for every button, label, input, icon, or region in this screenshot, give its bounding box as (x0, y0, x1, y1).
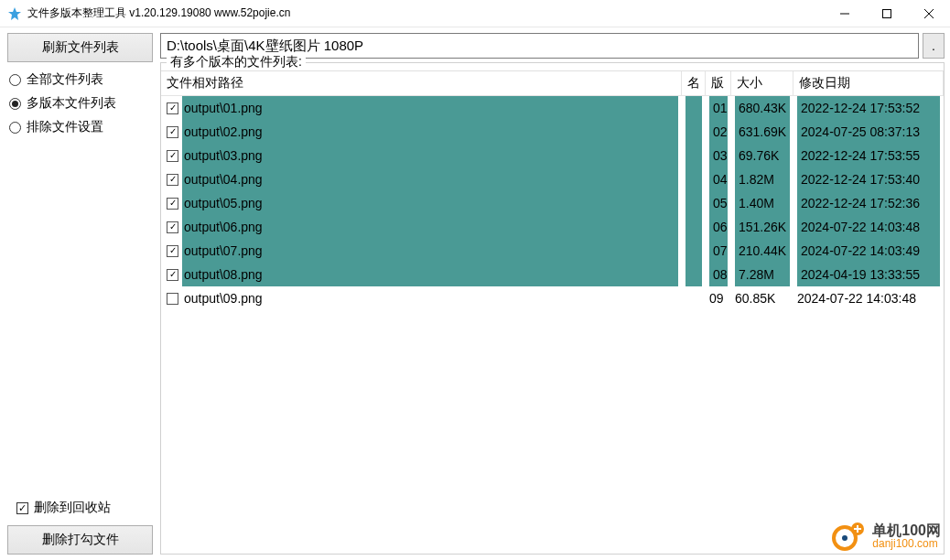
table-cell: 2022-12-24 17:53:40 (793, 167, 944, 191)
table-row[interactable]: ✓output\02.png02631.69K2024-07-25 08:37:… (161, 120, 944, 144)
table-cell: 2024-07-25 08:37:13 (793, 120, 944, 144)
row-checkbox[interactable]: ✓ (167, 245, 178, 257)
refresh-button[interactable]: 刷新文件列表 (7, 33, 153, 62)
table-cell: 07 (706, 239, 731, 263)
minimize-button[interactable] (824, 0, 866, 27)
delete-checked-button[interactable]: 删除打勾文件 (7, 525, 153, 555)
recycle-checkbox-row[interactable]: ✓ 删除到回收站 (7, 496, 153, 520)
table-cell-path: ✓output\06.png (161, 215, 682, 239)
table-cell-path: ✓output\08.png (161, 263, 682, 286)
radio-icon (9, 122, 21, 134)
table-cell-path: ✓output\05.png (161, 191, 682, 215)
radio-icon (9, 74, 21, 86)
maximize-button[interactable] (866, 0, 908, 27)
row-checkbox[interactable]: ✓ (167, 126, 178, 138)
table-cell: 7.28M (731, 263, 793, 286)
row-path-text: output\04.png (182, 167, 678, 191)
table-row[interactable]: ✓output\05.png051.40M2022-12-24 17:52:36 (161, 191, 944, 215)
table-cell: 03 (706, 144, 731, 167)
row-path-text: output\01.png (182, 96, 678, 120)
table-cell-path: ✓output\04.png (161, 167, 682, 191)
table-header: 文件相对路径 名 版 大小 修改日期 (161, 71, 944, 96)
table-cell: 680.43K (731, 96, 793, 120)
window-controls (824, 0, 950, 27)
row-checkbox[interactable]: ✓ (167, 269, 178, 281)
table-cell (682, 215, 706, 239)
table-row[interactable]: ✓output\06.png06151.26K2024-07-22 14:03:… (161, 215, 944, 239)
row-checkbox[interactable]: ✓ (167, 150, 178, 162)
table-cell (682, 167, 706, 191)
table-cell-path: ✓output\02.png (161, 120, 682, 144)
table-cell (682, 239, 706, 263)
table-cell: 02 (706, 120, 731, 144)
app-icon (7, 6, 22, 21)
radio-label: 多版本文件列表 (27, 95, 116, 112)
table-cell: 2022-12-24 17:53:52 (793, 96, 944, 120)
group-label: 有多个版本的文件列表: (167, 54, 306, 70)
table-row[interactable]: ✓output\01.png01680.43K2022-12-24 17:53:… (161, 96, 944, 120)
close-button[interactable] (908, 0, 950, 27)
row-path-text: output\05.png (182, 191, 678, 215)
sidebar-radio-0[interactable]: 全部文件列表 (7, 68, 153, 92)
row-checkbox[interactable]: ✓ (167, 221, 178, 233)
titlebar: 文件多版本整理工具 v1.20.129.19080 www.52pojie.cn (0, 0, 950, 27)
table-cell: 2024-07-22 14:03:48 (793, 215, 944, 239)
recycle-checkbox-label: 删除到回收站 (34, 500, 111, 516)
table-cell: 1.40M (731, 191, 793, 215)
radio-icon (9, 98, 21, 110)
row-path-text: output\08.png (182, 263, 678, 286)
table-cell: 08 (706, 263, 731, 286)
row-path-text: output\06.png (182, 215, 678, 239)
sidebar-radio-2[interactable]: 排除文件设置 (7, 115, 153, 139)
sidebar-radio-1[interactable]: 多版本文件列表 (7, 92, 153, 115)
column-header-date[interactable]: 修改日期 (793, 71, 944, 95)
table-cell-path: ✓output\07.png (161, 239, 682, 263)
table-cell: 01 (706, 96, 731, 120)
file-table: 文件相对路径 名 版 大小 修改日期 ✓output\01.png01680.4… (161, 70, 944, 554)
table-row[interactable]: ✓output\04.png041.82M2022-12-24 17:53:40 (161, 167, 944, 191)
table-cell-path: output\09.png (161, 286, 682, 310)
table-cell: 04 (706, 167, 731, 191)
table-cell: 2022-12-24 17:53:55 (793, 144, 944, 167)
table-cell-path: ✓output\03.png (161, 144, 682, 167)
table-cell: 09 (706, 286, 731, 310)
column-header-path[interactable]: 文件相对路径 (161, 71, 682, 95)
table-cell (682, 191, 706, 215)
svg-rect-2 (883, 9, 891, 17)
table-row[interactable]: output\09.png0960.85K2024-07-22 14:03:48 (161, 286, 944, 310)
svg-marker-0 (8, 7, 21, 20)
table-cell: 2022-12-24 17:52:36 (793, 191, 944, 215)
column-header-size[interactable]: 大小 (731, 71, 793, 95)
table-cell (682, 120, 706, 144)
table-cell (682, 286, 706, 310)
checkbox-icon: ✓ (16, 502, 28, 514)
file-list-group: 有多个版本的文件列表: 文件相对路径 名 版 大小 修改日期 ✓output\0… (160, 62, 945, 555)
row-checkbox[interactable] (167, 293, 178, 305)
row-path-text: output\07.png (182, 239, 678, 263)
table-cell (682, 263, 706, 286)
row-checkbox[interactable]: ✓ (167, 174, 178, 186)
browse-button[interactable]: . (923, 33, 945, 59)
table-cell: 05 (706, 191, 731, 215)
table-cell: 2024-04-19 13:33:55 (793, 263, 944, 286)
table-row[interactable]: ✓output\07.png07210.44K2024-07-22 14:03:… (161, 239, 944, 263)
content-area: . 有多个版本的文件列表: 文件相对路径 名 版 大小 修改日期 ✓output… (160, 27, 950, 560)
row-path-text: output\02.png (182, 120, 678, 144)
table-cell: 1.82M (731, 167, 793, 191)
table-cell: 151.26K (731, 215, 793, 239)
row-path-text: output\09.png (182, 286, 678, 310)
table-cell: 210.44K (731, 239, 793, 263)
window-title: 文件多版本整理工具 v1.20.129.19080 www.52pojie.cn (27, 5, 824, 21)
table-cell: 631.69K (731, 120, 793, 144)
row-checkbox[interactable]: ✓ (167, 198, 178, 210)
table-cell: 69.76K (731, 144, 793, 167)
table-cell: 2024-07-22 14:03:49 (793, 239, 944, 263)
table-cell (682, 96, 706, 120)
row-checkbox[interactable]: ✓ (167, 102, 178, 114)
column-header-name[interactable]: 名 (682, 71, 706, 95)
column-header-version[interactable]: 版 (706, 71, 731, 95)
table-cell: 06 (706, 215, 731, 239)
table-row[interactable]: ✓output\08.png087.28M2024-04-19 13:33:55 (161, 263, 944, 286)
radio-label: 排除文件设置 (27, 119, 103, 135)
table-row[interactable]: ✓output\03.png0369.76K2022-12-24 17:53:5… (161, 144, 944, 167)
